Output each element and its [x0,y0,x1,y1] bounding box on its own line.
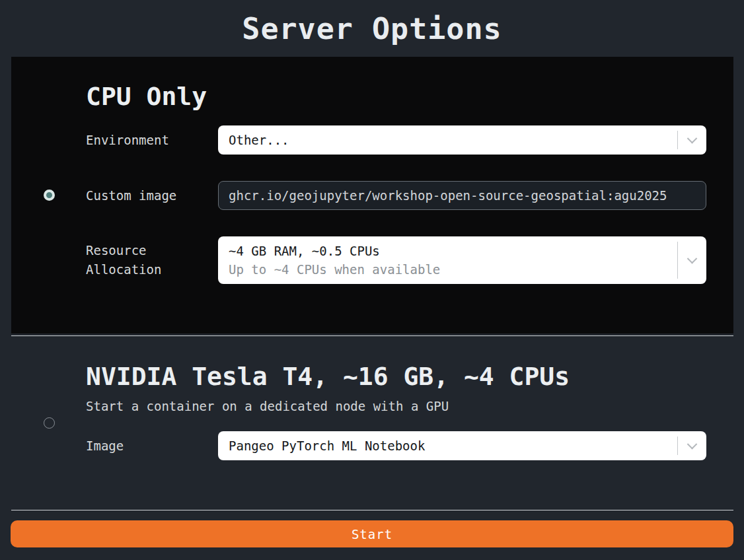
option-row-image: Image Pangeo PyTorch ML Notebook [86,431,706,460]
resource-allocation-select-secondary: Up to ~4 CPUs when available [229,260,677,279]
profile-radio-gpu[interactable] [44,417,55,429]
environment-label: Environment [86,131,218,150]
profile-title-cpu-only: CPU Only [86,83,706,110]
resource-allocation-select-value: ~4 GB RAM, ~0.5 CPUs [229,242,677,260]
resource-allocation-label: Resource Allocation [86,241,218,279]
option-row-resource-allocation: Resource Allocation ~4 GB RAM, ~0.5 CPUs… [86,236,706,284]
start-button[interactable]: Start [11,520,733,547]
chevron-down-icon [678,431,706,460]
profile-gpu: NVIDIA Tesla T4, ~16 GB, ~4 CPUs Start a… [11,336,733,510]
profile-body-cpu-only: CPU Only Environment Other... Custom ima… [86,57,733,333]
radio-column [11,336,86,510]
option-row-custom-image: Custom image [86,181,706,210]
custom-image-label: Custom image [86,186,218,205]
profile-title-gpu: NVIDIA Tesla T4, ~16 GB, ~4 CPUs [86,363,706,390]
profile-description-gpu: Start a container on a dedicated node wi… [86,399,706,414]
resource-allocation-select[interactable]: ~4 GB RAM, ~0.5 CPUs Up to ~4 CPUs when … [218,236,706,284]
chevron-down-icon [678,236,706,284]
environment-select-value: Other... [229,131,677,149]
section-divider [11,510,733,510]
environment-select[interactable]: Other... [218,125,706,155]
custom-image-input[interactable] [218,181,706,210]
profile-body-gpu: NVIDIA Tesla T4, ~16 GB, ~4 CPUs Start a… [86,336,733,510]
image-select[interactable]: Pangeo PyTorch ML Notebook [218,431,706,460]
image-label: Image [86,437,218,456]
image-select-value: Pangeo PyTorch ML Notebook [229,437,677,455]
profile-cpu-only: CPU Only Environment Other... Custom ima… [11,57,733,333]
page-title: Server Options [0,11,744,48]
option-row-environment: Environment Other... [86,125,706,155]
radio-column [11,57,86,333]
profile-radio-cpu-only[interactable] [44,190,55,201]
chevron-down-icon [678,125,706,155]
